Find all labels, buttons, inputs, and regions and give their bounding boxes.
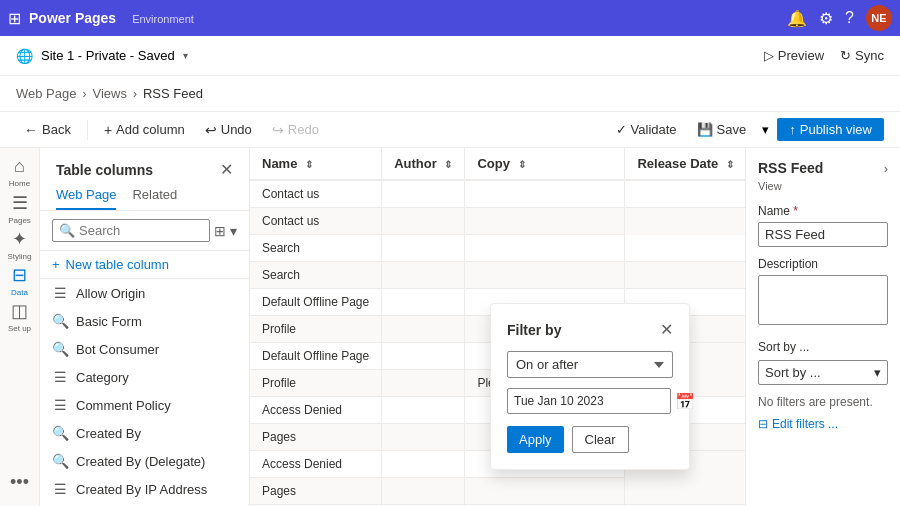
toolbar-right: ✓ Validate 💾 Save ▾ ↑ Publish view xyxy=(608,118,884,141)
site-chevron-icon[interactable]: ▾ xyxy=(183,50,188,61)
save-chevron-icon[interactable]: ▾ xyxy=(758,118,773,141)
col-copy[interactable]: Copy ⇕ xyxy=(465,148,625,180)
table-row[interactable]: Search xyxy=(250,262,745,289)
table-row[interactable]: Contact us xyxy=(250,208,745,235)
name-field-input[interactable] xyxy=(758,222,888,247)
table-row[interactable]: Contact us xyxy=(250,180,745,208)
filter-sort-icon[interactable]: ⊞ xyxy=(214,223,226,239)
breadcrumb-views[interactable]: Views xyxy=(92,86,126,101)
clear-filter-button[interactable]: Clear xyxy=(572,426,629,453)
undo-button[interactable]: ↩ Undo xyxy=(197,118,260,142)
nav-home[interactable]: ⌂ Home xyxy=(4,156,36,188)
env-label: Environment xyxy=(132,13,194,25)
preview-icon: ▷ xyxy=(764,48,774,63)
search-input[interactable] xyxy=(79,223,203,238)
filter-date-row: 📅 xyxy=(507,388,673,414)
cell-author xyxy=(382,289,465,316)
right-panel-title: RSS Feed xyxy=(758,160,823,176)
preview-button[interactable]: ▷ Preview xyxy=(764,48,824,63)
column-item[interactable]: ☰Created By IP Address xyxy=(40,475,249,503)
filter-close-button[interactable]: ✕ xyxy=(660,320,673,339)
description-field-label: Description xyxy=(758,257,888,271)
back-button[interactable]: ← Back xyxy=(16,118,79,142)
column-item[interactable]: 🔍Bot Consumer xyxy=(40,335,249,363)
name-required-indicator: * xyxy=(793,204,798,218)
left-panel-header: Table columns ✕ xyxy=(40,148,249,179)
column-name-label: Bot Consumer xyxy=(76,342,159,357)
cell-author xyxy=(382,478,465,505)
cell-copy xyxy=(465,208,625,235)
filter-condition-select[interactable]: On or after On or before Equals Not equa… xyxy=(507,351,673,378)
add-column-button[interactable]: + Add column xyxy=(96,118,193,142)
nav-more[interactable]: ••• xyxy=(4,466,36,498)
filter-date-input[interactable] xyxy=(507,388,671,414)
cell-copy xyxy=(465,180,625,208)
col-type-icon: 🔍 xyxy=(52,313,68,329)
column-item[interactable]: ☰Comment Policy xyxy=(40,391,249,419)
bell-icon[interactable]: 🔔 xyxy=(787,9,807,28)
filter-actions: Apply Clear xyxy=(507,426,673,453)
cell-author xyxy=(382,262,465,289)
new-table-column-button[interactable]: + New table column xyxy=(40,251,249,279)
nav-setup[interactable]: ◫ Set up xyxy=(4,300,36,332)
col-release-date[interactable]: Release Date ⇕ xyxy=(625,148,745,180)
sort-dropdown[interactable]: Sort by ... ▾ xyxy=(758,360,888,385)
edit-filters-button[interactable]: ⊟ Edit filters ... xyxy=(758,417,888,431)
save-button[interactable]: 💾 Save xyxy=(689,118,755,141)
calendar-icon[interactable]: 📅 xyxy=(675,392,695,411)
table-header-row: Name ⇕ Author ⇕ Copy ⇕ Release Date ⇕ xyxy=(250,148,745,180)
avatar[interactable]: NE xyxy=(866,5,892,31)
column-item[interactable]: ☰Category xyxy=(40,363,249,391)
back-icon: ← xyxy=(24,122,38,138)
col-type-icon: ☰ xyxy=(52,397,68,413)
column-item[interactable]: ☰Allow Origin xyxy=(40,279,249,307)
filter-chevron-icon[interactable]: ▾ xyxy=(230,223,237,239)
close-panel-button[interactable]: ✕ xyxy=(220,160,233,179)
publish-button[interactable]: ↑ Publish view xyxy=(777,118,884,141)
search-box: 🔍 xyxy=(52,219,210,242)
sync-button[interactable]: ↻ Sync xyxy=(840,48,884,63)
tab-related[interactable]: Related xyxy=(132,187,177,210)
nav-pages[interactable]: ☰ Pages xyxy=(4,192,36,224)
toolbar-sep-1 xyxy=(87,120,88,140)
description-field-textarea[interactable] xyxy=(758,275,888,325)
column-item[interactable]: 🔍Created By (Delegate) xyxy=(40,447,249,475)
breadcrumb-sep-1: › xyxy=(82,87,86,101)
gear-icon[interactable]: ⚙ xyxy=(819,9,833,28)
validate-button[interactable]: ✓ Validate xyxy=(608,118,685,141)
cell-name: Pages xyxy=(250,478,382,505)
setup-icon: ◫ xyxy=(11,300,28,322)
col-author[interactable]: Author ⇕ xyxy=(382,148,465,180)
styling-icon: ✦ xyxy=(12,228,27,250)
nav-styling[interactable]: ✦ Styling xyxy=(4,228,36,260)
site-icon: 🌐 xyxy=(16,48,33,64)
table-row[interactable]: Pages xyxy=(250,478,745,505)
right-panel-expand-icon[interactable]: › xyxy=(884,161,888,176)
home-icon: ⌂ xyxy=(14,156,25,177)
cell-author xyxy=(382,180,465,208)
grid-icon[interactable]: ⊞ xyxy=(8,9,21,28)
search-icon: 🔍 xyxy=(59,223,75,238)
breadcrumb-webpage[interactable]: Web Page xyxy=(16,86,76,101)
sort-value: Sort by ... xyxy=(765,365,821,380)
second-bar: 🌐 Site 1 - Private - Saved ▾ ▷ Preview ↻… xyxy=(0,36,900,76)
nav-data[interactable]: ⊟ Data xyxy=(4,264,36,296)
column-item[interactable]: 🔍Basic Form xyxy=(40,307,249,335)
column-item[interactable]: 🔍Created By xyxy=(40,419,249,447)
col-copy-sort-icon: ⇕ xyxy=(518,159,526,170)
toolbar: ← Back + Add column ↩ Undo ↪ Redo ✓ Vali… xyxy=(0,112,900,148)
redo-button[interactable]: ↪ Redo xyxy=(264,118,327,142)
apply-filter-button[interactable]: Apply xyxy=(507,426,564,453)
col-type-icon: 🔍 xyxy=(52,453,68,469)
app-title: Power Pages xyxy=(29,10,116,26)
help-icon[interactable]: ? xyxy=(845,9,854,27)
cell-name: Access Denied xyxy=(250,397,382,424)
pages-icon: ☰ xyxy=(12,192,28,214)
filter-modal-header: Filter by ✕ xyxy=(507,320,673,339)
table-row[interactable]: Search xyxy=(250,235,745,262)
second-bar-actions: ▷ Preview ↻ Sync xyxy=(764,48,884,63)
col-name[interactable]: Name ⇕ xyxy=(250,148,382,180)
tab-webpage[interactable]: Web Page xyxy=(56,187,116,210)
no-filters-label: No filters are present. xyxy=(758,395,888,409)
cell-name: Pages xyxy=(250,424,382,451)
